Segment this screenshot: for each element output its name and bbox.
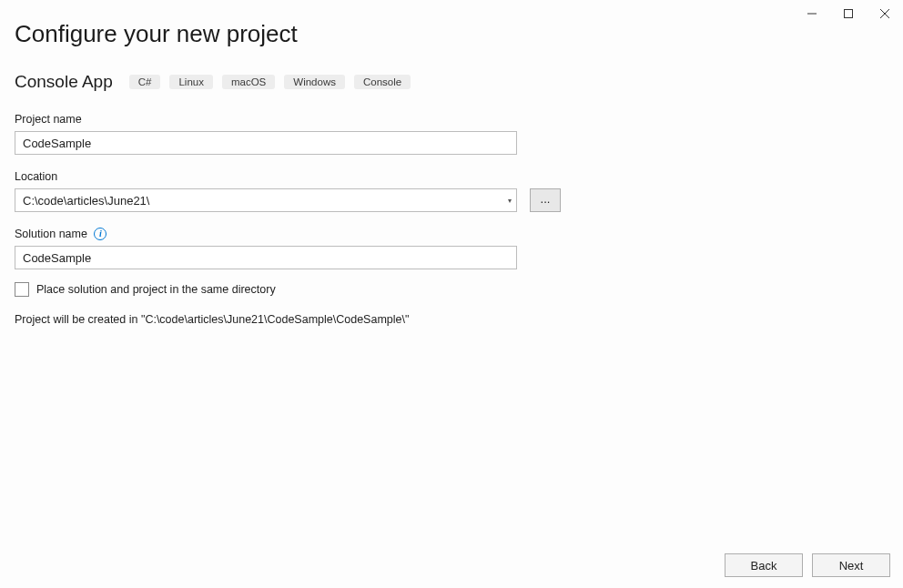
tag-windows: Windows — [284, 75, 345, 89]
next-button[interactable]: Next — [812, 553, 890, 577]
same-directory-checkbox[interactable] — [15, 282, 29, 297]
tag-macos: macOS — [222, 75, 275, 89]
maximize-button[interactable] — [830, 0, 867, 27]
template-name: Console App — [15, 72, 113, 92]
browse-button[interactable]: ... — [530, 188, 561, 212]
tag-csharp: C# — [129, 75, 161, 89]
close-button[interactable] — [867, 0, 903, 27]
solution-name-input[interactable] — [15, 246, 517, 269]
creation-path-summary: Project will be created in "C:\code\arti… — [15, 313, 888, 326]
template-row: Console App C# Linux macOS Windows Conso… — [15, 72, 888, 92]
same-directory-label: Place solution and project in the same d… — [36, 283, 276, 296]
project-name-label: Project name — [15, 113, 82, 126]
page-title: Configure your new project — [15, 20, 888, 48]
solution-name-label: Solution name — [15, 228, 87, 240]
location-label: Location — [15, 170, 57, 183]
info-icon[interactable]: i — [94, 228, 107, 240]
project-name-input[interactable] — [15, 131, 517, 155]
minimize-button[interactable] — [794, 0, 830, 27]
tag-linux: Linux — [169, 75, 213, 89]
svg-rect-1 — [845, 10, 853, 18]
location-input[interactable] — [15, 188, 517, 212]
back-button[interactable]: Back — [725, 553, 803, 577]
tag-console: Console — [354, 75, 411, 89]
